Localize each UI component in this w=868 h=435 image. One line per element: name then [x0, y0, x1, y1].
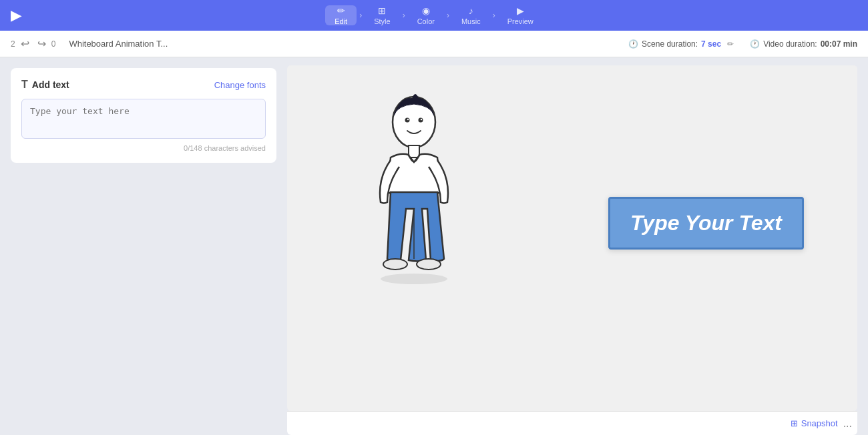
- edit-label: Edit: [335, 17, 347, 25]
- character-figure: [354, 85, 474, 339]
- snapshot-label: Snapshot: [801, 418, 838, 428]
- app-logo: ▶: [11, 7, 21, 23]
- chevron-icon-1: ›: [357, 11, 365, 20]
- preview-label: Preview: [507, 17, 533, 25]
- redo-count: 0: [51, 39, 56, 49]
- nav-steps: ✏ Edit › ⊞ Style › ◉ Color › ♪ Music › ▶…: [325, 5, 543, 25]
- panel-header: T Add text Change fonts: [21, 79, 266, 91]
- canvas-text-box[interactable]: Type Your Text: [608, 197, 804, 250]
- text-panel-card: T Add text Change fonts 0/148 characters…: [11, 68, 276, 163]
- project-title: Whiteboard Animation T...: [69, 39, 623, 49]
- style-label: Style: [374, 17, 390, 25]
- undo-count: 2: [11, 39, 15, 49]
- nav-step-edit[interactable]: ✏ Edit: [325, 5, 357, 25]
- svg-point-3: [407, 119, 409, 120]
- snapshot-icon: ⊞: [791, 418, 798, 428]
- canvas-outer: Type Your Text ⊞ Snapshot ...: [287, 57, 868, 435]
- panel-title: T Add text: [21, 79, 69, 91]
- canvas-text-content: Type Your Text: [630, 211, 782, 235]
- main-layout: T Add text Change fonts 0/148 characters…: [0, 57, 868, 435]
- music-icon: ♪: [469, 5, 473, 16]
- svg-point-1: [405, 118, 410, 123]
- preview-icon: ▶: [517, 5, 524, 16]
- nav-step-music[interactable]: ♪ Music: [452, 5, 490, 25]
- style-icon: ⊞: [378, 5, 386, 16]
- duration-info: 🕐 Scene duration: 7 sec ✏ 🕐 Video durati…: [628, 38, 857, 50]
- undo-button[interactable]: ↩: [18, 36, 32, 51]
- svg-point-4: [421, 119, 422, 120]
- more-options-button[interactable]: ...: [843, 418, 852, 430]
- panel-title-text: Add text: [32, 79, 69, 90]
- svg-rect-5: [409, 145, 419, 157]
- scene-duration-value: 7 sec: [701, 39, 721, 49]
- color-icon: ◉: [422, 5, 430, 16]
- video-clock-icon: 🕐: [750, 39, 760, 49]
- text-icon: T: [21, 79, 28, 91]
- change-fonts-button[interactable]: Change fonts: [214, 80, 266, 90]
- music-label: Music: [461, 17, 481, 25]
- canvas-bottom-bar: ⊞ Snapshot ...: [287, 411, 857, 435]
- video-duration: 🕐 Video duration: 00:07 min: [750, 39, 857, 49]
- svg-point-7: [383, 259, 407, 270]
- clock-icon: 🕐: [628, 39, 638, 49]
- nav-step-style[interactable]: ⊞ Style: [365, 5, 399, 25]
- scene-duration-label: Scene duration:: [642, 39, 698, 49]
- color-label: Color: [417, 17, 435, 25]
- redo-button[interactable]: ↪: [35, 36, 49, 51]
- canvas-content: Type Your Text: [287, 65, 857, 411]
- video-duration-label: Video duration:: [763, 39, 817, 49]
- chevron-icon-3: ›: [444, 11, 452, 20]
- nav-step-color[interactable]: ◉ Color: [408, 5, 444, 25]
- toolbar-bar: 2 ↩ ↪ 0 Whiteboard Animation T... 🕐 Scen…: [0, 31, 868, 57]
- left-panel: T Add text Change fonts 0/148 characters…: [0, 57, 287, 435]
- svg-point-9: [381, 274, 447, 284]
- svg-point-8: [417, 259, 441, 270]
- video-duration-value: 00:07 min: [821, 39, 857, 49]
- top-nav: ▶ ✏ Edit › ⊞ Style › ◉ Color › ♪ Music ›…: [0, 0, 868, 31]
- edit-icon: ✏: [337, 5, 345, 16]
- history-buttons: 2 ↩ ↪ 0: [11, 36, 55, 51]
- nav-step-preview[interactable]: ▶ Preview: [498, 5, 543, 25]
- snapshot-button[interactable]: ⊞ Snapshot: [791, 418, 838, 428]
- svg-point-2: [419, 118, 423, 123]
- char-count: 0/148 characters advised: [21, 144, 266, 152]
- scene-duration: 🕐 Scene duration: 7 sec ✏: [628, 38, 736, 50]
- text-input[interactable]: [21, 99, 266, 139]
- edit-duration-button[interactable]: ✏: [724, 38, 736, 50]
- chevron-icon-2: ›: [400, 11, 408, 20]
- canvas-wrapper: Type Your Text: [287, 65, 857, 411]
- chevron-icon-4: ›: [490, 11, 498, 20]
